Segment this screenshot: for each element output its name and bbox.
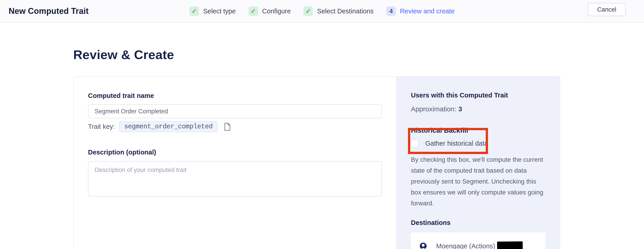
destination-name: Moengage (Actions)	[436, 243, 495, 249]
check-icon: ✓	[248, 6, 258, 16]
trait-key-value: segment_order_completed	[119, 121, 218, 132]
step-number-badge: 4	[386, 6, 396, 16]
copy-icon[interactable]	[224, 122, 231, 131]
step-label: Select Destinations	[317, 7, 374, 15]
gather-historical-data-row: Gather historical data	[411, 140, 547, 147]
step-review-and-create[interactable]: 4 Review and create	[386, 6, 454, 16]
destination-card: Moengage (Actions)	[411, 233, 546, 249]
approximation-value: 3	[458, 105, 462, 113]
trait-key-row: Trait key: segment_order_completed	[88, 121, 382, 132]
step-label: Configure	[262, 7, 291, 15]
page-title: Review & Create	[73, 47, 644, 62]
approximation-text: Approximation: 3	[411, 105, 547, 113]
step-configure[interactable]: ✓ Configure	[248, 6, 291, 16]
approximation-label: Approximation:	[411, 105, 456, 113]
summary-panel: Users with this Computed Trait Approxima…	[396, 76, 560, 249]
moengage-logo-icon	[419, 242, 427, 249]
backfill-help-text: By checking this box, we'll compute the …	[411, 154, 547, 209]
review-panels: Computed trait name Trait key: segment_o…	[73, 76, 560, 249]
description-block: Description (optional)	[88, 149, 382, 198]
app-window: New Computed Trait ✓ Select type ✓ Confi…	[0, 0, 644, 249]
step-select-type[interactable]: ✓ Select type	[190, 6, 236, 16]
historical-backfill-heading: Historical Backfill	[411, 127, 547, 134]
trait-details-card: Computed trait name Trait key: segment_o…	[73, 76, 396, 249]
step-label: Select type	[203, 7, 236, 15]
gather-historical-data-checkbox[interactable]	[411, 140, 419, 147]
description-label: Description (optional)	[88, 149, 382, 156]
trait-name-input[interactable]	[88, 104, 382, 118]
cancel-button[interactable]: Cancel	[588, 3, 626, 16]
check-icon: ✓	[190, 6, 199, 16]
users-heading: Users with this Computed Trait	[411, 92, 547, 99]
destinations-block: Destinations	[411, 219, 547, 249]
top-bar: New Computed Trait ✓ Select type ✓ Confi…	[0, 0, 644, 23]
window-title: New Computed Trait	[9, 6, 89, 16]
destinations-heading: Destinations	[411, 219, 547, 227]
step-label: Review and create	[400, 7, 454, 15]
step-select-destinations[interactable]: ✓ Select Destinations	[303, 6, 374, 16]
trait-key-label: Trait key:	[88, 123, 115, 130]
check-icon: ✓	[303, 6, 313, 16]
computed-trait-name-label: Computed trait name	[88, 92, 382, 99]
wizard-steps: ✓ Select type ✓ Configure ✓ Select Desti…	[190, 6, 454, 16]
main-content: Review & Create Computed trait name Trai…	[0, 47, 644, 249]
checkbox-label[interactable]: Gather historical data	[425, 140, 488, 147]
description-textarea[interactable]	[88, 161, 382, 197]
redacted-text-box	[497, 241, 522, 249]
